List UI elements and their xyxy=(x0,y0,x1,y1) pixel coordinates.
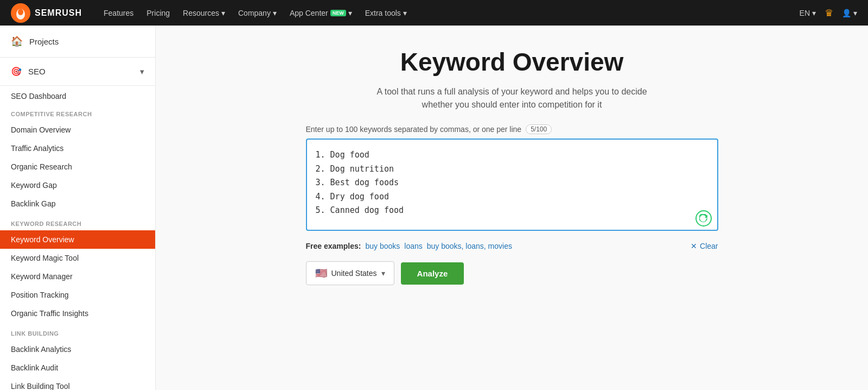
close-icon: ✕ xyxy=(691,242,697,250)
sidebar-item-keyword-gap[interactable]: Keyword Gap xyxy=(0,176,155,194)
sidebar-item-keyword-magic-tool[interactable]: Keyword Magic Tool xyxy=(0,249,155,267)
keyword-hint-row: Enter up to 100 keywords separated by co… xyxy=(306,124,552,134)
nav-right: EN ▾ ♛ 👤 ▾ xyxy=(800,7,857,19)
seo-dashboard-item[interactable]: SEO Dashboard xyxy=(0,86,155,103)
keyword-research-category: KEYWORD RESEARCH xyxy=(0,213,155,230)
sidebar-item-link-building-tool[interactable]: Link Building Tool xyxy=(0,377,155,390)
keyword-input-wrapper: 1. Dog food 2. Dog nutrition 3. Best dog… xyxy=(306,139,718,233)
chevron-down-icon: ▾ xyxy=(348,9,352,17)
new-badge: new xyxy=(330,10,346,16)
example-link-combined[interactable]: buy books, loans, movies xyxy=(427,242,512,250)
chevron-down-icon: ▾ xyxy=(221,9,225,17)
chevron-down-icon: ▾ xyxy=(381,269,385,278)
home-icon: 🏠 xyxy=(11,35,23,47)
refresh-button[interactable] xyxy=(695,210,712,227)
logo[interactable]: SEMRUSH xyxy=(11,3,82,23)
chevron-down-icon: ▾ xyxy=(140,67,144,77)
main-layout: 🏠 Projects 🎯 SEO ▾ SEO Dashboard COMPETI… xyxy=(0,26,868,390)
nav-links: Features Pricing Resources ▾ Company ▾ A… xyxy=(104,9,783,17)
sidebar: 🏠 Projects 🎯 SEO ▾ SEO Dashboard COMPETI… xyxy=(0,26,156,390)
page-title: Keyword Overview xyxy=(400,47,624,77)
keyword-textarea[interactable]: 1. Dog food 2. Dog nutrition 3. Best dog… xyxy=(306,139,718,231)
svg-point-2 xyxy=(18,9,23,15)
nav-extra-tools[interactable]: Extra tools ▾ xyxy=(365,9,407,17)
action-row: 🇺🇸 United States ▾ Analyze xyxy=(306,261,718,285)
sidebar-item-domain-overview[interactable]: Domain Overview xyxy=(0,121,155,139)
language-selector[interactable]: EN ▾ xyxy=(800,9,816,17)
content-area: Keyword Overview A tool that runs a full… xyxy=(156,26,868,390)
sidebar-item-organic-research[interactable]: Organic Research xyxy=(0,158,155,176)
sidebar-item-keyword-manager[interactable]: Keyword Manager xyxy=(0,267,155,286)
sidebar-item-backlink-analytics[interactable]: Backlink Analytics xyxy=(0,340,155,358)
country-select-button[interactable]: 🇺🇸 United States ▾ xyxy=(306,261,394,285)
nav-resources[interactable]: Resources ▾ xyxy=(183,9,225,17)
example-link-buy-books[interactable]: buy books xyxy=(365,242,400,250)
sidebar-item-keyword-overview[interactable]: Keyword Overview xyxy=(0,230,155,249)
keyword-count-badge: 5/100 xyxy=(526,124,552,134)
competitive-research-category: COMPETITIVE RESEARCH xyxy=(0,103,155,121)
sidebar-item-backlink-audit[interactable]: Backlink Audit xyxy=(0,358,155,377)
link-building-category: LINK BUILDING xyxy=(0,323,155,340)
analyze-button[interactable]: Analyze xyxy=(401,262,464,285)
clear-button[interactable]: ✕ Clear xyxy=(691,242,718,250)
sidebar-item-organic-traffic-insights[interactable]: Organic Traffic Insights xyxy=(0,304,155,323)
sidebar-item-seo[interactable]: 🎯 SEO ▾ xyxy=(0,58,155,86)
chevron-down-icon: ▾ xyxy=(403,9,407,17)
example-link-loans[interactable]: loans xyxy=(404,242,422,250)
examples-row: Free examples: buy books loans buy books… xyxy=(306,242,718,250)
chevron-down-icon: ▾ xyxy=(853,9,857,17)
sidebar-item-projects[interactable]: 🏠 Projects xyxy=(0,26,155,58)
logo-text: SEMRUSH xyxy=(35,8,82,18)
chevron-down-icon: ▾ xyxy=(812,9,816,17)
country-label: United States xyxy=(331,269,377,278)
top-navigation: SEMRUSH Features Pricing Resources ▾ Com… xyxy=(0,0,868,26)
chevron-down-icon: ▾ xyxy=(273,9,277,17)
sidebar-item-backlink-gap[interactable]: Backlink Gap xyxy=(0,194,155,213)
nav-pricing[interactable]: Pricing xyxy=(146,9,170,17)
seo-dashboard-label: SEO Dashboard xyxy=(11,92,66,100)
nav-company[interactable]: Company ▾ xyxy=(238,9,277,17)
page-subtitle: A tool that runs a full analysis of your… xyxy=(376,85,647,111)
user-menu[interactable]: 👤 ▾ xyxy=(842,9,857,17)
target-icon: 🎯 xyxy=(11,66,22,77)
us-flag-icon: 🇺🇸 xyxy=(315,267,327,279)
nav-app-center[interactable]: App Center new ▾ xyxy=(290,9,352,17)
content-inner: Keyword Overview A tool that runs a full… xyxy=(306,47,718,285)
nav-features[interactable]: Features xyxy=(104,9,133,17)
sidebar-item-traffic-analytics[interactable]: Traffic Analytics xyxy=(0,139,155,158)
examples-label: Free examples: xyxy=(306,242,361,250)
projects-label: Projects xyxy=(29,37,59,46)
crown-icon[interactable]: ♛ xyxy=(825,7,833,19)
seo-label: SEO xyxy=(28,67,46,76)
sidebar-item-position-tracking[interactable]: Position Tracking xyxy=(0,286,155,304)
